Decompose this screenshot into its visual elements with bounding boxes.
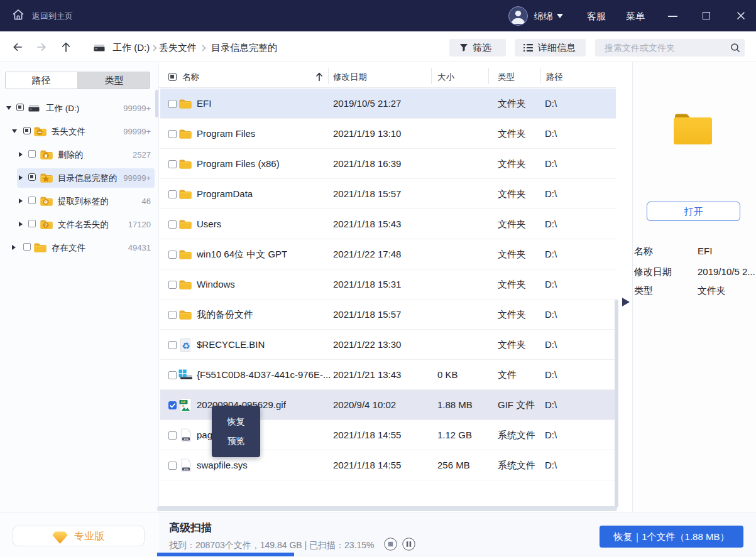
svg-text:GIF: GIF	[181, 400, 186, 404]
svg-text:SYS: SYS	[184, 438, 189, 441]
svg-text:SYS: SYS	[184, 468, 189, 471]
svg-text:?: ?	[45, 222, 48, 228]
